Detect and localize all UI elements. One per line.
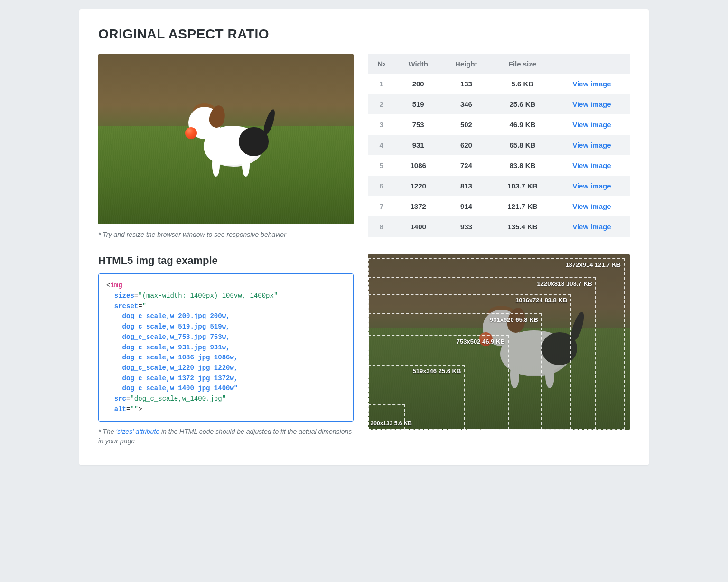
view-image-link[interactable]: View image [572, 182, 611, 190]
cell-width: 1372 [395, 196, 441, 216]
view-image-link[interactable]: View image [572, 141, 611, 149]
col-num: № [368, 54, 395, 74]
cell-height: 813 [441, 176, 491, 196]
top-row: * Try and resize the browser window to s… [98, 54, 630, 238]
footnote-prefix: * The [98, 428, 116, 435]
cell-filesize: 65.8 KB [491, 135, 554, 155]
cell-width: 519 [395, 94, 441, 114]
view-image-link[interactable]: View image [572, 202, 611, 210]
view-image-link[interactable]: View image [572, 161, 611, 169]
code-column: HTML5 img tag example <img sizes="(max-w… [98, 254, 354, 446]
col-filesize: File size [491, 54, 554, 74]
cell-width: 1220 [395, 176, 441, 196]
table-row: 61220813103.7 KBView image [368, 176, 630, 196]
cell-filesize: 83.8 KB [491, 155, 554, 176]
code-title: HTML5 img tag example [98, 254, 354, 267]
table-row: 251934625.6 KBView image [368, 94, 630, 114]
cell-action: View image [554, 114, 630, 135]
view-image-link[interactable]: View image [572, 121, 611, 129]
cell-action: View image [554, 155, 630, 176]
cell-filesize: 135.4 KB [491, 216, 554, 237]
cell-width: 931 [395, 135, 441, 155]
cell-height: 724 [441, 155, 491, 176]
result-card: ORIGINAL ASPECT RATIO * Try and resize t… [79, 9, 649, 465]
col-height: Height [441, 54, 491, 74]
preview-column: * Try and resize the browser window to s… [98, 54, 354, 238]
preview-image [98, 54, 354, 224]
sizes-table: № Width Height File size 12001335.6 KBVi… [368, 54, 630, 237]
cell-num: 1 [368, 74, 395, 94]
cell-num: 7 [368, 196, 395, 216]
table-row: 493162065.8 KBView image [368, 135, 630, 155]
view-image-link[interactable]: View image [572, 80, 611, 88]
cell-filesize: 25.6 KB [491, 94, 554, 114]
cell-filesize: 46.9 KB [491, 114, 554, 135]
cell-num: 3 [368, 114, 395, 135]
cell-height: 620 [441, 135, 491, 155]
table-row: 5108672483.8 KBView image [368, 155, 630, 176]
cell-num: 6 [368, 176, 395, 196]
cell-width: 1400 [395, 216, 441, 237]
cell-height: 346 [441, 94, 491, 114]
code-example[interactable]: <img sizes="(max-width: 1400px) 100vw, 1… [98, 273, 354, 422]
col-width: Width [395, 54, 441, 74]
cell-num: 5 [368, 155, 395, 176]
cell-num: 8 [368, 216, 395, 237]
section-title: ORIGINAL ASPECT RATIO [98, 27, 630, 42]
cell-action: View image [554, 94, 630, 114]
code-footnote: * The 'sizes' attribute in the HTML code… [98, 427, 354, 446]
table-row: 12001335.6 KBView image [368, 74, 630, 94]
cell-width: 753 [395, 114, 441, 135]
cell-height: 914 [441, 196, 491, 216]
cell-filesize: 5.6 KB [491, 74, 554, 94]
cell-action: View image [554, 74, 630, 94]
size-visualization: 1372x914 121.7 KB1220x813 103.7 KB1086x7… [368, 254, 630, 429]
cell-filesize: 103.7 KB [491, 176, 554, 196]
view-image-link[interactable]: View image [572, 223, 611, 231]
table-row: 81400933135.4 KBView image [368, 216, 630, 237]
cell-action: View image [554, 216, 630, 237]
cell-action: View image [554, 135, 630, 155]
cell-height: 502 [441, 114, 491, 135]
cell-action: View image [554, 196, 630, 216]
cell-width: 200 [395, 74, 441, 94]
col-action [554, 54, 630, 74]
view-image-link[interactable]: View image [572, 100, 611, 108]
sizes-attr-link[interactable]: 'sizes' attribute [116, 428, 159, 435]
cell-num: 2 [368, 94, 395, 114]
cell-height: 933 [441, 216, 491, 237]
table-column: № Width Height File size 12001335.6 KBVi… [368, 54, 630, 237]
cell-width: 1086 [395, 155, 441, 176]
cell-filesize: 121.7 KB [491, 196, 554, 216]
bottom-row: HTML5 img tag example <img sizes="(max-w… [98, 254, 630, 446]
viz-column: 1372x914 121.7 KB1220x813 103.7 KB1086x7… [368, 254, 630, 429]
preview-hint: * Try and resize the browser window to s… [98, 231, 354, 238]
table-row: 71372914121.7 KBView image [368, 196, 630, 216]
cell-num: 4 [368, 135, 395, 155]
cell-action: View image [554, 176, 630, 196]
table-row: 375350246.9 KBView image [368, 114, 630, 135]
cell-height: 133 [441, 74, 491, 94]
